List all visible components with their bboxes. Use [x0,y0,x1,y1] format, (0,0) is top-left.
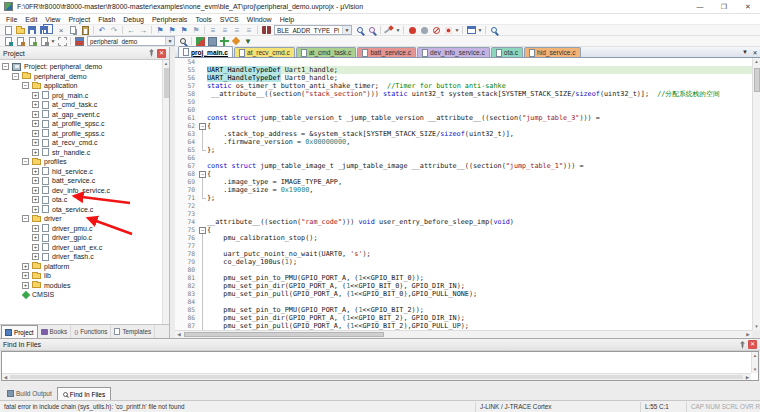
find-horizontal-scrollbar[interactable]: ◀ ▶ [2,373,751,380]
tree-item-lib[interactable]: +lib [0,271,162,281]
tree-item-driver-flash-c[interactable]: +driver_flash.c [0,252,162,262]
tree-item-at-profile-spss-c[interactable]: +at_profile_spss.c [0,129,162,139]
find-in-files-icon[interactable] [354,25,366,36]
tree-item-ota-c[interactable]: +ota.c [0,195,162,205]
menu-item-project[interactable]: Project [64,14,94,25]
scrollbar-thumb[interactable] [184,332,384,337]
editor-tab-dev-info-service-c[interactable]: dev_info_service.c [417,47,490,57]
save-icon[interactable] [26,25,38,36]
tree-item-peripheral-demo[interactable]: −peripheral_demo [0,72,162,82]
panel-tab-functions[interactable]: {}Functions [71,325,111,338]
tree-item-driver-gpio-c[interactable]: +driver_gpio.c [0,233,162,243]
chevron-down-icon[interactable]: ▼ [477,25,483,36]
tree-item-at-recv-cmd-c[interactable]: +at_recv_cmd.c [0,138,162,148]
expander-icon[interactable]: − [22,82,29,89]
expander-icon[interactable]: − [22,215,29,222]
tree-item-at-gap-event-c[interactable]: +at_gap_event.c [0,110,162,120]
outdent-icon[interactable]: ≡ [207,25,219,36]
tree-item-project-peripheral-demo[interactable]: −Project: peripheral_demo [0,62,162,72]
expander-icon[interactable]: − [2,63,9,70]
maximize-button[interactable]: ❐ [712,0,736,14]
menu-item-view[interactable]: View [41,14,64,25]
expander-icon[interactable]: + [32,139,39,146]
minimize-button[interactable]: — [688,0,712,14]
panel-tab-books[interactable]: Books [38,325,72,338]
new-file-icon[interactable] [2,25,14,36]
find-vertical-scrollbar[interactable]: ▲ ▼ [751,352,758,373]
tree-item-proj-main-c[interactable]: +proj_main.c [0,91,162,101]
tree-item-dev-info-service-c[interactable]: +dev_info_service.c [0,186,162,196]
scrollbar-thumb[interactable] [754,68,760,92]
scroll-right-icon[interactable]: ▶ [744,375,751,380]
tree-item-profiles[interactable]: −profiles [0,157,162,167]
expander-icon[interactable]: + [32,206,39,213]
nav-forward-icon[interactable]: → [137,25,149,36]
tree-item-application[interactable]: −application [0,81,162,91]
breakpoint-enable-all-icon[interactable] [442,25,454,36]
expander-icon[interactable]: + [32,225,39,232]
uncomment-icon[interactable]: ≡ [243,25,255,36]
save-all-icon[interactable] [38,25,50,36]
menu-item-svcs[interactable]: SVCS [216,14,243,25]
project-tree-scrollbar[interactable]: ▲ [162,60,169,324]
chevron-down-icon[interactable]: ▼ [454,25,460,36]
scroll-up-icon[interactable]: ▲ [753,58,760,65]
target-select-combo[interactable]: peripheral_demo ▼ [87,36,175,46]
editor-vertical-scrollbar[interactable]: ▲ ▼ [752,58,760,330]
editor-horizontal-scrollbar[interactable]: ◀ ▶ [175,330,752,338]
expander-icon[interactable]: + [32,244,39,251]
close-panel-icon[interactable]: ✕ [157,49,166,58]
editor-tab-proj-main-c[interactable]: proj_main.c [178,46,233,57]
breakpoint-kill-icon[interactable] [430,25,442,36]
expander-icon[interactable]: + [32,120,39,127]
tab-list-dropdown-icon[interactable]: ▼ [740,47,750,57]
expander-icon[interactable]: + [32,101,39,108]
editor-tab-hid-service-c[interactable]: hid_service.c [524,47,580,57]
scroll-left-icon[interactable]: ◀ [2,375,9,380]
expander-icon[interactable]: + [32,92,39,99]
expander-icon[interactable]: + [32,234,39,241]
scroll-right-icon[interactable]: ▶ [744,332,752,337]
project-tree[interactable]: −Project: peripheral_demo−peripheral_dem… [0,60,162,324]
pin-icon[interactable] [738,340,746,349]
expander-icon[interactable]: + [32,187,39,194]
stop-build-icon[interactable] [56,36,68,47]
menu-item-debug[interactable]: Debug [119,14,148,25]
cut-icon[interactable]: × [55,25,67,36]
pin-icon[interactable] [147,49,155,58]
panel-tab-project[interactable]: Project [1,325,38,338]
ble-addr-combo[interactable]: BLE_ADDR_TYPE_PR ▼ [274,25,352,35]
tree-item-driver-pmu-c[interactable]: +driver_pmu.c [0,224,162,234]
editor-tab-at-cmd-task-c[interactable]: at_cmd_task.c [296,47,357,57]
bookmark-toggle-icon[interactable]: ⚑ [154,25,166,36]
expander-icon[interactable]: + [22,272,29,279]
menu-item-file[interactable]: File [2,14,21,25]
nav-back-icon[interactable]: ← [125,25,137,36]
build-icon[interactable] [14,36,26,47]
window-layout-icon[interactable] [465,25,477,36]
options-for-target-icon[interactable] [177,36,189,47]
redo-icon[interactable]: ↷ [108,25,120,36]
options-wand-icon[interactable] [383,25,395,36]
open-folder-icon[interactable] [14,25,26,36]
batch-build-icon[interactable] [38,36,50,47]
tree-item-cmsis[interactable]: CMSIS [0,290,162,300]
bookmark-clear-icon[interactable]: ⚑ [190,25,202,36]
flash-download-icon[interactable] [73,36,85,47]
tree-item-ota-service-c[interactable]: +ota_service.c [0,205,162,215]
menu-item-tools[interactable]: Tools [191,14,215,25]
output-tab-find-in-files[interactable]: Find In Files [57,387,111,400]
tree-item-batt-service-c[interactable]: +batt_service.c [0,176,162,186]
expander-icon[interactable]: − [12,73,19,80]
translate-icon[interactable] [2,36,14,47]
book-icon[interactable] [260,25,272,36]
code-editor[interactable]: 5455UART_HandleTypeDef Uart1_handle;56UA… [175,58,752,330]
tree-item-str-handle-c[interactable]: +str_handle.c [0,148,162,158]
indent-icon[interactable]: ≡ [219,25,231,36]
expander-icon[interactable]: + [32,253,39,260]
menu-item-window[interactable]: Window [243,14,276,25]
tree-item-hid-service-c[interactable]: +hid_service.c [0,167,162,177]
output-tab-build-output[interactable]: Build Output [2,387,57,400]
undo-icon[interactable]: ↶ [96,25,108,36]
find-results-area[interactable]: ▲ ▼ ◀ ▶ [1,351,759,381]
